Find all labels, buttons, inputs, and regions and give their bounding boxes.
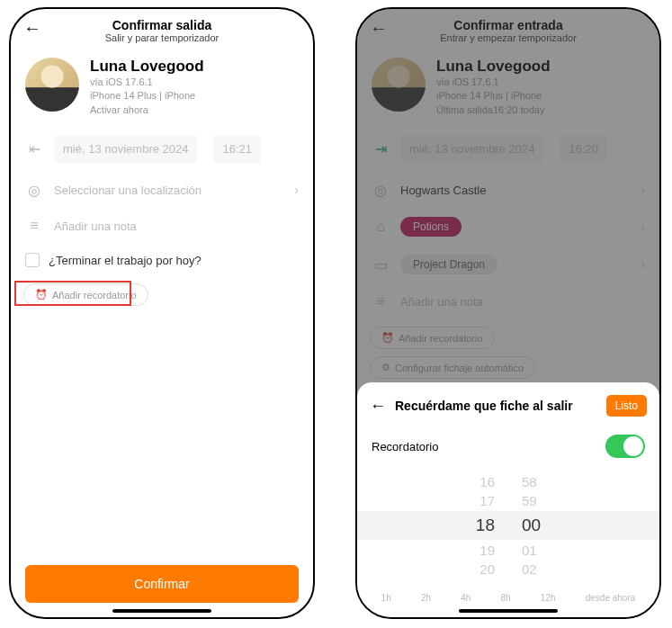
toggle-switch[interactable] [605,435,645,458]
checkbox[interactable] [25,253,40,267]
screen: ← Confirmar salida Salir y parar tempori… [11,9,313,617]
finish-work-label: ¿Terminar el trabajo por hoy? [49,254,202,267]
shortcut-12h[interactable]: 12h [541,593,556,603]
back-arrow-icon[interactable]: ← [23,18,41,39]
page-subtitle: Salir y parar temporizador [25,32,299,43]
date-field[interactable]: mié, 13 noviembre 2024 [54,135,197,163]
shortcut-4h[interactable]: 4h [461,593,470,603]
note-icon: ≡ [25,218,43,234]
back-arrow-icon[interactable]: ← [370,397,386,416]
reminder-sheet: ← Recuérdame que fiche al salir Listo Re… [357,382,659,617]
user-activate[interactable]: Activar ahora [90,103,204,117]
location-placeholder: Seleccionar una localización [54,184,283,197]
shortcut-2h[interactable]: 2h [421,593,431,603]
done-button[interactable]: Listo [606,395,647,417]
phone-right: ← Confirmar entrada Entrar y empezar tem… [355,7,661,619]
user-block: Luna Lovegood vía iOS 17.6.1 iPhone 14 P… [11,49,313,126]
phone-left: ← Confirmar salida Salir y parar tempori… [9,7,315,619]
shortcut-8h[interactable]: 8h [501,593,511,603]
user-device: iPhone 14 Plus | iPhone [90,89,204,103]
shortcut-1h[interactable]: 1h [381,593,391,603]
highlight-box [14,281,131,306]
user-name: Luna Lovegood [90,58,204,76]
shortcut-now[interactable]: desde ahora [586,593,636,603]
home-indicator [112,609,211,613]
datetime-row[interactable]: ⇤ mié, 13 noviembre 2024 16:21 [11,126,313,172]
page-title: Confirmar salida [25,18,299,32]
user-os: vía iOS 17.6.1 [90,76,204,89]
sheet-title: Recuérdame que fiche al salir [395,399,597,413]
confirm-button[interactable]: Confirmar [25,565,299,603]
note-row[interactable]: ≡ Añadir una nota [11,208,313,244]
shortcut-row: 1h 2h 4h 8h 12h desde ahora [357,584,659,606]
reminder-toggle-row: Recordatorio [357,426,659,467]
sheet-header: ← Recuérdame que fiche al salir Listo [357,382,659,426]
toggle-label: Recordatorio [372,440,438,453]
user-info: Luna Lovegood vía iOS 17.6.1 iPhone 14 P… [90,58,204,117]
header: ← Confirmar salida Salir y parar tempori… [11,9,313,49]
location-pin-icon: ◎ [25,182,43,199]
note-placeholder: Añadir una nota [54,220,299,233]
finish-work-row[interactable]: ¿Terminar el trabajo por hoy? [11,244,313,276]
avatar[interactable] [25,58,79,112]
screen: ← Confirmar entrada Entrar y empezar tem… [357,9,659,617]
home-indicator [459,609,558,613]
time-field[interactable]: 16:21 [213,135,261,163]
chevron-right-icon: › [294,183,299,197]
exit-arrow-icon: ⇤ [25,140,43,157]
time-picker[interactable]: 1658 1759 1800 1901 2002 [357,467,659,584]
location-row[interactable]: ◎ Seleccionar una localización › [11,172,313,208]
